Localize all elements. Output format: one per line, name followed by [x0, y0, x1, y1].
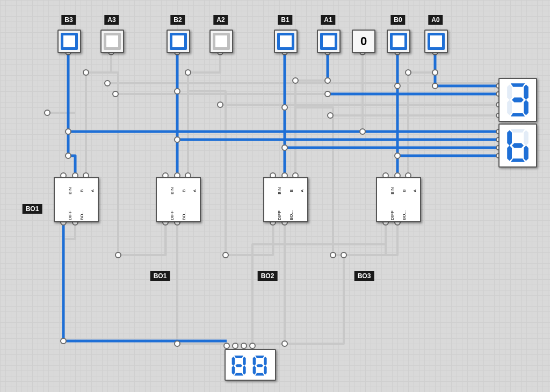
label-a0: A0 [428, 15, 443, 25]
svg-point-59 [61, 338, 66, 344]
switch-b0[interactable] [387, 30, 410, 53]
pin-label-b: B [79, 190, 84, 192]
svg-point-17 [185, 70, 191, 75]
svg-point-9 [83, 70, 89, 75]
svg-marker-77 [511, 129, 525, 133]
svg-point-30 [432, 83, 438, 89]
pin-label-bo: BO... [79, 210, 84, 220]
hex-display-b[interactable] [498, 124, 537, 168]
svg-marker-84 [234, 355, 243, 358]
svg-marker-70 [511, 83, 525, 87]
pin-label-bin: BIN [170, 187, 175, 194]
label-a2: A2 [213, 15, 228, 25]
svg-point-26 [395, 83, 400, 89]
svg-point-29 [432, 70, 438, 75]
svg-marker-83 [512, 143, 524, 148]
svg-point-56 [233, 343, 238, 349]
svg-marker-85 [243, 357, 246, 366]
svg-point-53 [330, 252, 336, 258]
svg-point-18 [218, 102, 223, 107]
switch-b2[interactable] [167, 30, 190, 53]
label-bo1: BO1 [150, 271, 170, 281]
svg-point-15 [175, 89, 180, 94]
svg-point-23 [325, 91, 330, 97]
svg-point-60 [175, 341, 180, 346]
svg-marker-96 [253, 357, 256, 366]
svg-marker-72 [524, 100, 529, 115]
svg-marker-71 [524, 84, 529, 100]
svg-marker-87 [234, 373, 243, 375]
pin-label-bin: BIN [68, 187, 73, 194]
full-subtractor-3[interactable]: A B BIN BO... DIFF [54, 177, 99, 222]
svg-marker-82 [507, 130, 512, 146]
switch-b1[interactable] [274, 30, 298, 53]
svg-point-61 [282, 341, 287, 346]
svg-point-57 [241, 343, 247, 349]
svg-marker-89 [232, 357, 235, 366]
label-bo1-left: BO1 [23, 204, 42, 214]
svg-point-24 [328, 113, 333, 118]
switch-a0[interactable] [424, 30, 448, 53]
svg-point-51 [115, 252, 121, 258]
svg-marker-78 [524, 130, 529, 146]
switch-a2[interactable] [209, 30, 233, 53]
svg-point-11 [113, 91, 118, 97]
svg-marker-94 [255, 373, 264, 375]
svg-point-19 [282, 105, 287, 110]
svg-point-28 [406, 70, 411, 75]
svg-marker-74 [507, 100, 512, 115]
label-b2: B2 [170, 15, 185, 25]
svg-point-22 [325, 78, 330, 83]
label-b0: B0 [390, 15, 405, 25]
pin-label-bo: BO... [289, 210, 294, 220]
pin-label-a: A [90, 190, 95, 192]
pin-label-bo: BO... [182, 210, 186, 220]
svg-point-10 [105, 81, 110, 86]
svg-point-52 [223, 252, 228, 258]
svg-marker-86 [243, 365, 246, 374]
svg-marker-76 [512, 98, 524, 103]
pin-label-a: A [192, 190, 197, 192]
label-b1: B1 [278, 15, 292, 25]
svg-marker-88 [232, 365, 235, 374]
hex-display-a[interactable] [498, 78, 537, 122]
svg-marker-73 [511, 113, 525, 117]
svg-point-55 [224, 343, 229, 349]
svg-marker-79 [524, 146, 529, 161]
svg-point-20 [282, 145, 287, 150]
svg-point-27 [395, 153, 400, 158]
pin-label-diff: DIFF [68, 210, 73, 220]
switch-b3[interactable] [57, 30, 81, 53]
switch-a3[interactable] [100, 30, 124, 53]
svg-marker-95 [253, 365, 256, 374]
svg-point-54 [341, 252, 346, 258]
svg-marker-81 [507, 146, 512, 161]
label-bo2: BO2 [258, 271, 278, 281]
label-bo3: BO3 [354, 271, 374, 281]
pin-label-a: A [300, 190, 305, 192]
hex-display-result[interactable] [225, 349, 276, 381]
svg-point-58 [250, 343, 255, 349]
svg-marker-92 [264, 357, 267, 366]
svg-marker-80 [511, 158, 525, 162]
full-subtractor-0[interactable]: A B BIN BO... DIFF [376, 177, 421, 222]
switch-a1[interactable] [317, 30, 341, 53]
pin-label-b: B [289, 190, 294, 192]
label-a1: A1 [321, 15, 335, 25]
svg-marker-93 [264, 365, 267, 374]
pin-label-a: A [412, 190, 417, 192]
svg-point-25 [360, 129, 365, 134]
svg-marker-90 [235, 364, 242, 367]
label-a3: A3 [104, 15, 119, 25]
label-b3: B3 [61, 15, 76, 25]
pin-label-diff: DIFF [170, 210, 175, 220]
pin-label-b: B [182, 190, 186, 192]
svg-point-13 [66, 129, 71, 134]
constant-zero[interactable]: 0 [352, 30, 375, 53]
svg-point-16 [175, 137, 180, 142]
svg-marker-97 [256, 364, 263, 367]
svg-point-14 [66, 153, 71, 158]
pin-label-b: B [402, 190, 407, 192]
full-subtractor-2[interactable]: A B BIN BO... DIFF [156, 177, 201, 222]
full-subtractor-1[interactable]: A B BIN BO... DIFF [263, 177, 308, 222]
